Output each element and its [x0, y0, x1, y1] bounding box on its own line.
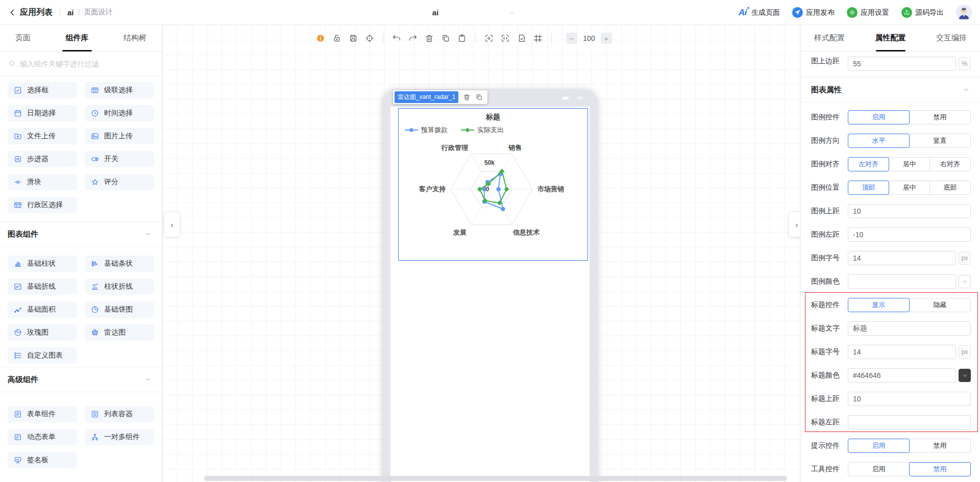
zoom-in-button[interactable]: +: [601, 33, 612, 44]
properties-tab-style-config[interactable]: 样式配置: [814, 25, 845, 52]
scan-code-button[interactable]: [499, 32, 511, 44]
redo-button[interactable]: [407, 32, 419, 44]
component-item-basic-pie[interactable]: 基础饼图: [85, 301, 154, 318]
component-item-slider[interactable]: 滑块: [8, 174, 77, 190]
input-legend-left[interactable]: [848, 227, 971, 242]
color-dropdown-button[interactable]: [959, 369, 971, 382]
input-legend-font-size[interactable]: [848, 251, 956, 265]
option-toolbox-control-0[interactable]: 启用: [848, 462, 910, 476]
component-item-region-select[interactable]: 行政区选择: [8, 197, 77, 213]
option-legend-align-2[interactable]: 右对齐: [929, 157, 971, 171]
user-avatar[interactable]: [956, 5, 972, 20]
component-item-custom-chart[interactable]: 自定义图表: [8, 347, 77, 364]
chevron-down-icon[interactable]: [144, 231, 152, 238]
option-tooltip-control-0[interactable]: 启用: [848, 439, 910, 453]
search-input[interactable]: [20, 60, 154, 68]
copy-button[interactable]: [439, 32, 452, 44]
option-legend-align-0[interactable]: 左对齐: [848, 157, 889, 171]
component-item-cascade-select[interactable]: 级联选择: [85, 82, 154, 98]
input-title-left[interactable]: [848, 415, 971, 429]
properties-tab-interaction-config[interactable]: 交互编排: [936, 25, 967, 52]
legend-item[interactable]: 实际支出: [461, 125, 504, 135]
component-item-file-upload[interactable]: 文件上传: [8, 128, 77, 144]
option-legend-direction-0[interactable]: 水平: [848, 134, 910, 148]
option-title-control-1[interactable]: 隐藏: [909, 298, 971, 312]
scan-preview-button[interactable]: [483, 32, 495, 44]
section-chart-components[interactable]: 图表组件: [0, 221, 162, 247]
page-select-dropdown[interactable]: ai: [362, 0, 516, 25]
unlock-button[interactable]: [331, 32, 343, 44]
copy-component-icon[interactable]: [475, 93, 483, 101]
info-button[interactable]: [314, 32, 327, 44]
back-button[interactable]: 应用列表: [20, 7, 53, 18]
component-item-form-component[interactable]: 表单组件: [8, 406, 77, 422]
option-legend-direction-1[interactable]: 竖直: [909, 134, 971, 148]
section-advanced-components[interactable]: 高级组件: [0, 367, 162, 392]
input-chart-top-margin[interactable]: [848, 57, 956, 71]
radar-chart-component[interactable]: 标题 预算拨款实际支出 销售市场营销信息技术发展客户支持行政管理50k0: [398, 108, 588, 261]
target-button[interactable]: [363, 32, 376, 44]
app-publish-button[interactable]: 应用发布: [792, 7, 835, 18]
component-item-basic-hbar[interactable]: 基础条状: [85, 256, 154, 272]
prop-label-legend-color: 图例颜色: [811, 277, 848, 286]
properties-tab-props-config[interactable]: 属性配置: [875, 25, 906, 52]
option-legend-position-2[interactable]: 底部: [929, 181, 971, 195]
horizontal-scrollbar[interactable]: [204, 476, 787, 481]
breadcrumb-app[interactable]: ai: [67, 8, 74, 17]
option-legend-align-1[interactable]: 居中: [889, 157, 930, 171]
save-button[interactable]: [347, 32, 359, 44]
component-item-image-upload[interactable]: 图片上传: [85, 128, 154, 144]
input-title-text[interactable]: [848, 321, 971, 336]
component-item-bar-line[interactable]: 柱状折线: [85, 278, 154, 295]
component-item-date-picker[interactable]: 日期选择: [8, 105, 77, 121]
option-legend-control-0[interactable]: 启用: [848, 110, 910, 124]
back-chevron-icon[interactable]: [8, 8, 17, 17]
input-title-font-size[interactable]: [848, 345, 956, 359]
sidebar-tab-components[interactable]: 组件库: [66, 25, 89, 52]
option-legend-position-0[interactable]: 顶部: [848, 181, 889, 195]
option-legend-control-1[interactable]: 禁用: [909, 110, 971, 124]
option-title-control-0[interactable]: 显示: [848, 298, 910, 312]
component-item-rate[interactable]: 评分: [85, 174, 154, 190]
generate-page-button[interactable]: Ai✦生成页面: [739, 8, 780, 18]
legend-item[interactable]: 预算拨款: [405, 125, 448, 135]
trash-button[interactable]: [423, 32, 435, 44]
component-item-basic-area[interactable]: 基础面积: [8, 301, 77, 318]
component-item-basic-bar[interactable]: 基础柱状: [8, 256, 77, 272]
component-item-list-container[interactable]: 列表容器: [85, 406, 154, 422]
collapse-left-panel-button[interactable]: ‹: [164, 212, 180, 237]
component-item-checkbox-select[interactable]: 选择框: [8, 82, 77, 98]
doc-check-button[interactable]: [516, 32, 528, 44]
input-legend-color[interactable]: [848, 274, 956, 289]
component-item-stepper[interactable]: 步进器: [8, 151, 77, 167]
option-toolbox-control-1[interactable]: 禁用: [909, 462, 971, 476]
source-export-button[interactable]: 源码导出: [901, 7, 944, 18]
component-item-switch[interactable]: 开关: [85, 151, 154, 167]
app-settings-button[interactable]: 应用设置: [847, 7, 889, 18]
zoom-out-button[interactable]: −: [566, 33, 577, 44]
input-title-top[interactable]: [848, 392, 971, 406]
component-item-rose-chart[interactable]: 玫瑰图: [8, 324, 77, 341]
component-item-signature-board[interactable]: 签名板: [8, 452, 77, 468]
sidebar-tab-structure[interactable]: 结构树: [124, 25, 146, 52]
input-legend-top[interactable]: [848, 204, 971, 218]
option-tooltip-control-1[interactable]: 禁用: [909, 439, 971, 453]
component-item-dynamic-form[interactable]: 动态表单: [8, 429, 77, 445]
undo-button[interactable]: [390, 32, 403, 44]
input-title-color[interactable]: [848, 368, 956, 383]
sidebar-tab-pages[interactable]: 页面: [15, 25, 31, 52]
design-canvas[interactable]: −100+ ‹ › 雷达图_vant_radar_1 标题 预算拨款实际支出 销…: [162, 25, 800, 482]
option-legend-position-1[interactable]: 居中: [889, 181, 930, 195]
chevron-down-icon[interactable]: [144, 376, 152, 383]
collapse-right-panel-button[interactable]: ›: [789, 212, 800, 237]
component-item-time-picker[interactable]: 时间选择: [85, 105, 154, 121]
chevron-down-icon[interactable]: [963, 86, 970, 93]
paste-button[interactable]: [456, 32, 468, 44]
component-item-basic-line[interactable]: 基础折线: [8, 278, 77, 295]
delete-component-icon[interactable]: [463, 93, 471, 101]
section-chart-props[interactable]: 图表属性: [801, 77, 980, 103]
frame-button[interactable]: [532, 32, 544, 44]
clear-color-button[interactable]: [959, 275, 971, 288]
component-item-radar-chart[interactable]: 雷达图: [85, 324, 154, 341]
component-item-one-to-many[interactable]: 一对多组件: [85, 429, 154, 445]
